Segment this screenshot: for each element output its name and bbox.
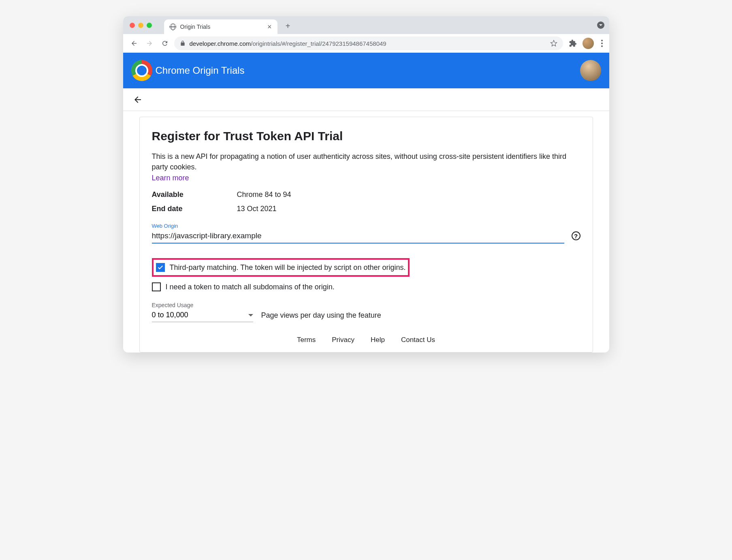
third-party-checkbox[interactable] — [156, 263, 165, 272]
app-title: Chrome Origin Trials — [156, 65, 245, 76]
app-header: Chrome Origin Trials — [123, 53, 609, 88]
chevron-down-icon — [248, 314, 253, 316]
url-text: developer.chrome.com/origintrials/#/regi… — [190, 40, 546, 47]
back-button[interactable] — [128, 37, 140, 49]
maximize-window-button[interactable] — [147, 23, 152, 28]
usage-description: Page views per day using the feature — [261, 311, 381, 322]
highlighted-option: Third-party matching. The token will be … — [152, 258, 410, 277]
available-label: Available — [152, 190, 237, 199]
tab-bar: Origin Trials × + — [123, 16, 609, 34]
footer-contact-link[interactable]: Contact Us — [401, 336, 435, 344]
extensions-icon[interactable] — [569, 39, 577, 47]
forward-button[interactable] — [143, 37, 156, 49]
help-icon[interactable]: ? — [572, 231, 580, 240]
web-origin-field: Web Origin ? — [152, 223, 580, 244]
minimize-window-button[interactable] — [138, 23, 143, 28]
end-date-value: 13 Oct 2021 — [237, 205, 277, 213]
browser-tab[interactable]: Origin Trials × — [164, 19, 277, 34]
globe-icon — [170, 24, 176, 30]
end-date-label: End date — [152, 205, 237, 213]
reload-button[interactable] — [159, 37, 171, 49]
user-avatar[interactable] — [580, 60, 601, 81]
learn-more-link[interactable]: Learn more — [152, 174, 189, 182]
bookmark-star-icon[interactable] — [550, 40, 557, 47]
usage-value: 0 to 10,000 — [152, 311, 188, 319]
available-value: Chrome 84 to 94 — [237, 190, 291, 199]
page-back-button[interactable] — [133, 95, 143, 105]
back-row — [123, 88, 609, 111]
subdomains-checkbox[interactable] — [152, 282, 161, 291]
web-origin-input[interactable] — [152, 230, 564, 244]
page-title: Register for Trust Token API Trial — [152, 129, 580, 143]
registration-card: Register for Trust Token API Trial This … — [139, 117, 593, 353]
browser-window: Origin Trials × + developer.chrome.com/o… — [123, 16, 609, 353]
lock-icon — [180, 41, 186, 46]
web-origin-label: Web Origin — [152, 223, 580, 229]
close-window-button[interactable] — [130, 23, 135, 28]
profile-avatar[interactable] — [583, 38, 594, 49]
address-bar[interactable]: developer.chrome.com/origintrials/#/regi… — [174, 36, 563, 50]
new-tab-button[interactable]: + — [282, 20, 294, 32]
tab-title: Origin Trials — [180, 24, 211, 30]
usage-select[interactable]: 0 to 10,000 — [152, 309, 253, 322]
browser-toolbar: developer.chrome.com/origintrials/#/regi… — [123, 34, 609, 53]
footer-privacy-link[interactable]: Privacy — [332, 336, 354, 344]
browser-menu-button[interactable] — [601, 40, 603, 47]
subdomains-label: I need a token to match all subdomains o… — [166, 283, 335, 291]
footer-links: Terms Privacy Help Contact Us — [152, 336, 580, 344]
expected-usage-section: Expected Usage 0 to 10,000 Page views pe… — [152, 302, 580, 322]
close-tab-button[interactable]: × — [267, 23, 272, 30]
third-party-label: Third-party matching. The token will be … — [170, 263, 406, 272]
trial-meta: Available Chrome 84 to 94 End date 13 Oc… — [152, 190, 580, 213]
window-controls — [130, 23, 152, 28]
chrome-logo-icon — [131, 60, 152, 81]
tab-overflow-button[interactable] — [597, 21, 604, 29]
trial-description: This is a new API for propagating a noti… — [152, 151, 580, 172]
footer-help-link[interactable]: Help — [371, 336, 385, 344]
usage-label: Expected Usage — [152, 302, 253, 308]
footer-terms-link[interactable]: Terms — [297, 336, 316, 344]
